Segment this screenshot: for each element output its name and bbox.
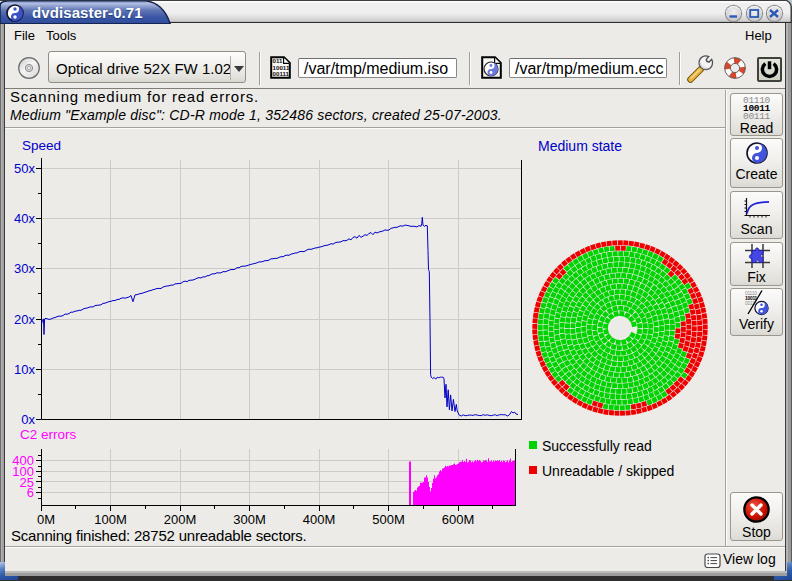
svg-text:6: 6 [27,485,34,500]
svg-text:600M: 600M [442,512,475,527]
svg-text:500M: 500M [372,512,405,527]
svg-text:0M: 0M [37,512,55,527]
svg-text:30x: 30x [14,261,35,276]
svg-text:400M: 400M [303,512,336,527]
svg-text:00111: 00111 [273,70,290,77]
svg-text:20x: 20x [14,312,35,327]
svg-text:10x: 10x [14,362,35,377]
svg-text:C2 errors: C2 errors [20,427,77,442]
svg-text:40x: 40x [14,211,35,226]
svg-text:100M: 100M [94,512,127,527]
svg-text:0x: 0x [21,412,35,427]
svg-text:Speed: Speed [22,138,61,153]
svg-text:300M: 300M [233,512,266,527]
svg-text:200M: 200M [164,512,197,527]
svg-text:50x: 50x [14,161,35,176]
